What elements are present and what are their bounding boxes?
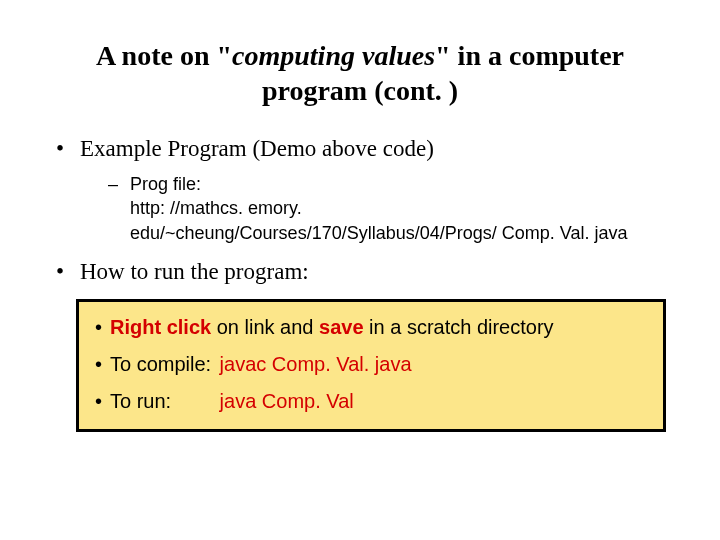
sub-prog-file: Prog file: http: //mathcs. emory. edu/~c… xyxy=(108,172,672,245)
instruction-box: • Right click on link and save in a scra… xyxy=(76,299,666,432)
bullet-icon: • xyxy=(95,316,102,339)
slide: A note on "computing values" in a comput… xyxy=(0,0,720,540)
box-row-compile: • To compile: javac Comp. Val. java xyxy=(95,353,647,376)
bullet-list: Example Program (Demo above code) Prog f… xyxy=(48,136,672,285)
row3-text: To run: java Comp. Val xyxy=(110,390,354,413)
row2-cmd: javac Comp. Val. java xyxy=(220,353,412,375)
row1-text: Right click on link and save in a scratc… xyxy=(110,316,554,339)
bullet-icon: • xyxy=(95,353,102,376)
row1-save: save xyxy=(319,316,364,338)
sub-prog-link: http: //mathcs. emory. edu/~cheung/Cours… xyxy=(130,196,672,245)
row2-text: To compile: javac Comp. Val. java xyxy=(110,353,412,376)
bullet-icon: • xyxy=(95,390,102,413)
row3-cmd: java Comp. Val xyxy=(220,390,354,412)
bullet-how-to-run: How to run the program: xyxy=(56,259,672,285)
row1-post: in a scratch directory xyxy=(364,316,554,338)
title-pre: A note on " xyxy=(96,40,232,71)
slide-title: A note on "computing values" in a comput… xyxy=(48,38,672,108)
row2-label: To compile: xyxy=(110,353,214,376)
sub-prog-label: Prog file: xyxy=(130,174,201,194)
title-italic: computing values xyxy=(232,40,435,71)
box-row-run: • To run: java Comp. Val xyxy=(95,390,647,413)
bullet-example-program: Example Program (Demo above code) Prog f… xyxy=(56,136,672,245)
row3-label: To run: xyxy=(110,390,214,413)
row1-rightclick: Right click xyxy=(110,316,211,338)
box-row-rightclick: • Right click on link and save in a scra… xyxy=(95,316,647,339)
bullet-example-text: Example Program (Demo above code) xyxy=(80,136,434,161)
bullet-how-text: How to run the program: xyxy=(80,259,309,284)
sub-list: Prog file: http: //mathcs. emory. edu/~c… xyxy=(80,172,672,245)
row1-mid: on link and xyxy=(211,316,319,338)
